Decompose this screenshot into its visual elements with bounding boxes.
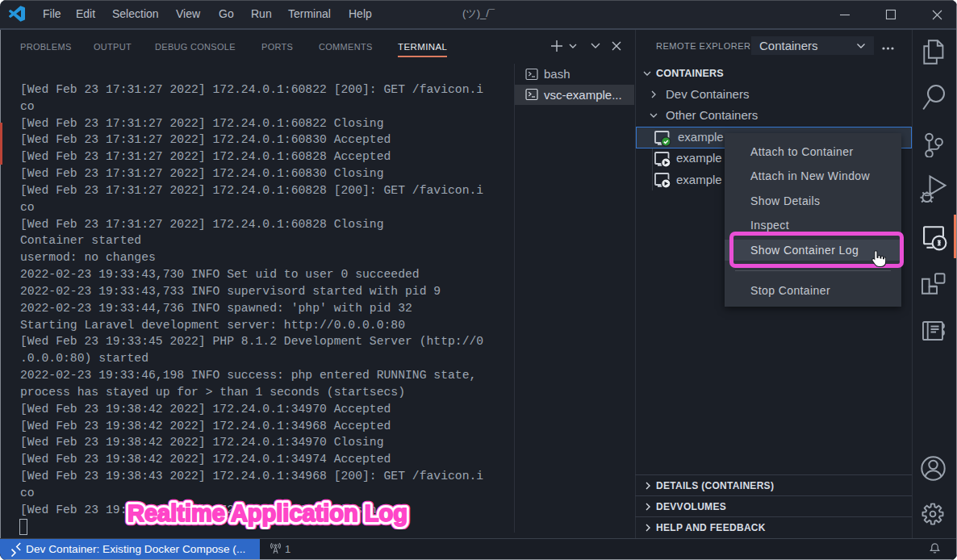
svg-text:Realtime Application Log: Realtime Application Log [127, 499, 407, 526]
